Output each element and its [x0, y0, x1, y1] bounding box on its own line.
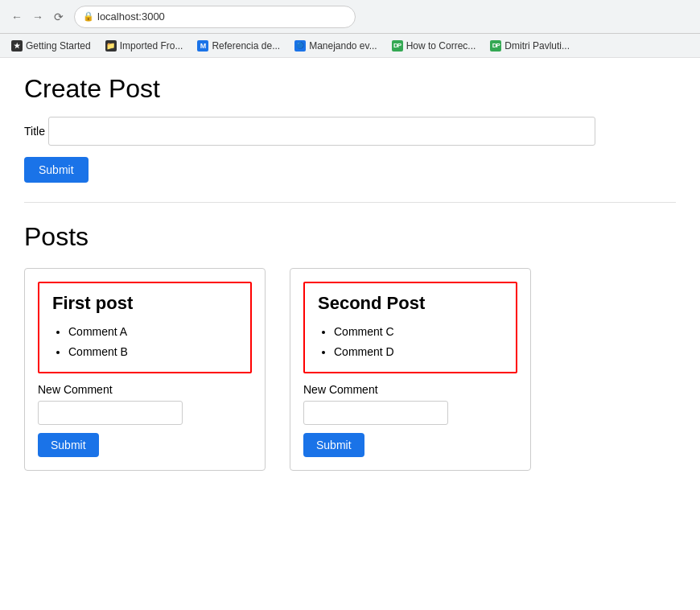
bookmark-referencia[interactable]: M Referencia de... [192, 39, 285, 53]
bookmark-favicon-5: DP [392, 40, 403, 52]
comment-submit-button-1[interactable]: Submit [38, 433, 99, 457]
post-card-1: First post Comment A Comment B New Comme… [24, 268, 266, 471]
bookmark-getting-started[interactable]: ★ Getting Started [6, 39, 96, 53]
lock-icon: 🔒 [83, 11, 94, 22]
comment-input-1[interactable] [38, 401, 183, 425]
list-item: Comment A [68, 322, 237, 342]
bookmark-bar: ★ Getting Started 📁 Imported Fro... M Re… [0, 34, 700, 58]
posts-section-title: Posts [24, 222, 676, 252]
list-item: Comment B [68, 342, 237, 362]
url-text: localhost:3000 [97, 10, 165, 23]
list-item: Comment C [334, 322, 503, 342]
page-title: Create Post [24, 74, 676, 104]
title-field-group: Title [24, 117, 676, 146]
post-title-1: First post [52, 293, 237, 314]
new-comment-group-1: New Comment Submit [38, 383, 252, 457]
bookmark-label-6: Dmitri Pavluti... [504, 40, 570, 52]
post-title-2: Second Post [318, 293, 503, 314]
section-divider [24, 202, 676, 203]
new-comment-group-2: New Comment Submit [303, 383, 517, 457]
post-card-inner-1: First post Comment A Comment B [38, 282, 252, 373]
post-card-2: Second Post Comment C Comment D New Comm… [290, 268, 531, 471]
bookmark-favicon-3: M [197, 40, 208, 52]
title-label: Title [24, 125, 45, 138]
bookmark-label-1: Getting Started [26, 40, 91, 52]
post-comments-list-2: Comment C Comment D [318, 322, 503, 362]
bookmark-label-4: Manejando ev... [309, 40, 377, 52]
comment-input-2[interactable] [303, 401, 448, 425]
bookmark-how-to[interactable]: DP How to Correc... [387, 39, 481, 53]
title-input[interactable] [48, 117, 595, 146]
reload-button[interactable]: ⟳ [50, 8, 68, 26]
posts-grid: First post Comment A Comment B New Comme… [24, 268, 676, 471]
forward-button[interactable]: → [29, 8, 47, 26]
bookmark-label-2: Imported Fro... [120, 40, 183, 52]
post-comments-list-1: Comment A Comment B [52, 322, 237, 362]
new-comment-label-2: New Comment [303, 383, 517, 396]
bookmark-label-3: Referencia de... [212, 40, 280, 52]
nav-buttons: ← → ⟳ [8, 8, 68, 26]
back-button[interactable]: ← [8, 8, 26, 26]
list-item: Comment D [334, 342, 503, 362]
bookmark-manejando[interactable]: 🔵 Manejando ev... [290, 39, 382, 53]
bookmark-favicon-1: ★ [11, 40, 23, 52]
page-content: Create Post Title Submit Posts First pos… [0, 58, 700, 487]
bookmark-imported[interactable]: 📁 Imported Fro... [101, 39, 188, 53]
address-bar[interactable]: 🔒 localhost:3000 [74, 6, 356, 28]
bookmark-favicon-2: 📁 [105, 40, 117, 52]
bookmark-favicon-4: 🔵 [294, 40, 306, 52]
new-comment-label-1: New Comment [38, 383, 252, 396]
bookmark-label-5: How to Correc... [406, 40, 476, 52]
browser-chrome: ← → ⟳ 🔒 localhost:3000 [0, 0, 700, 34]
comment-submit-button-2[interactable]: Submit [303, 433, 364, 457]
create-post-submit-button[interactable]: Submit [24, 157, 89, 183]
bookmark-favicon-6: DP [490, 40, 501, 52]
post-card-inner-2: Second Post Comment C Comment D [303, 282, 517, 373]
bookmark-dmitri[interactable]: DP Dmitri Pavluti... [485, 39, 574, 53]
